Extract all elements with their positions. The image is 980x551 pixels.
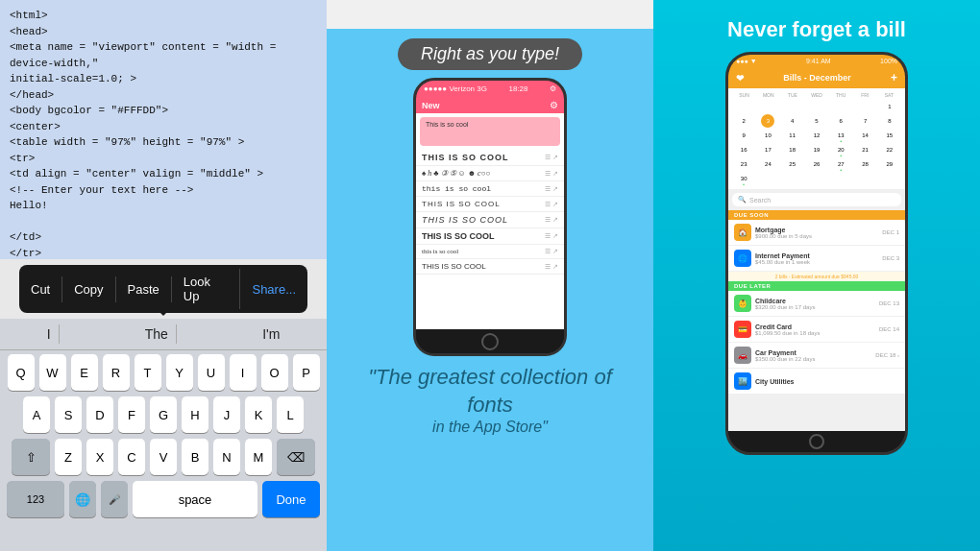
- cut-button[interactable]: Cut: [19, 276, 62, 302]
- bill-item-mortgage[interactable]: 🏠 Mortgage $900.00 due in 5 days DEC 1: [728, 220, 905, 246]
- cal-cell-orange: 3: [761, 114, 774, 128]
- key-b[interactable]: B: [182, 439, 208, 475]
- keyboard-rows: Q W E R T Y U I O P A S D F G H J K L: [0, 350, 327, 551]
- bill-item-internet[interactable]: 🌐 Internet Payment $45.00 due in 1 week …: [728, 246, 905, 272]
- section-header-due-later: DUE LATER: [728, 281, 905, 291]
- font-item-7[interactable]: this is so cool ☰ ↗: [416, 245, 564, 259]
- font-item-4[interactable]: THIS IS SO COOL ☰ ↗: [416, 197, 564, 212]
- lookup-button[interactable]: Look Up: [172, 269, 241, 309]
- keyboard-area: I The I'm Q W E R T Y U I O P A S D F: [0, 319, 327, 551]
- bill-name: City Utilities: [755, 378, 895, 385]
- key-d[interactable]: D: [86, 396, 113, 433]
- key-shift[interactable]: ⇧: [12, 439, 50, 475]
- phone2-home-button[interactable]: [809, 434, 824, 449]
- bill-info-credit-card: Credit Card $1,099.50 due in 18 days: [755, 323, 875, 336]
- quote-sub-text: in the App Store": [432, 419, 548, 436]
- key-mic[interactable]: 🎤: [101, 481, 128, 517]
- key-a[interactable]: A: [23, 396, 50, 433]
- phone2-battery: 100%: [880, 58, 897, 64]
- code-line: </tr>: [10, 246, 317, 260]
- key-w[interactable]: W: [39, 354, 66, 391]
- key-y[interactable]: Y: [166, 354, 193, 391]
- suggestion-the[interactable]: The: [137, 324, 177, 344]
- home-button[interactable]: [481, 333, 499, 350]
- key-k[interactable]: K: [245, 396, 272, 433]
- cal-cell: [761, 172, 774, 185]
- font-item-5[interactable]: THIS IS SO COOL ☰ ↗: [416, 212, 564, 228]
- suggestion-im[interactable]: I'm: [255, 324, 287, 344]
- context-menu: Cut Copy Paste Look Up Share...: [19, 265, 307, 313]
- key-v[interactable]: V: [150, 439, 177, 475]
- keyboard-row-4: 123 🌐 🎤 space Done: [4, 481, 323, 517]
- code-line: <center>: [10, 119, 317, 135]
- key-t[interactable]: T: [135, 354, 161, 391]
- key-s[interactable]: S: [55, 396, 82, 433]
- key-j[interactable]: J: [213, 396, 240, 433]
- bill-item-childcare[interactable]: 👶 Childcare $320.00 due in 17 days DEC 1…: [728, 291, 905, 317]
- key-h[interactable]: H: [182, 396, 208, 433]
- key-x[interactable]: X: [86, 439, 113, 475]
- bill-info-mortgage: Mortgage $900.00 due in 5 days: [755, 227, 878, 239]
- bill-amount: $45.00 due in 1 week: [755, 259, 878, 265]
- cal-cell: 26: [810, 157, 823, 171]
- key-z[interactable]: Z: [55, 439, 82, 475]
- bill-item-city-utilities[interactable]: 🏙️ City Utilities: [728, 369, 905, 395]
- font-list: THIS IS SO COOL ☰ ↗ ♠ h ♣ ③ ⑤ ☺ ☻ c○○ ☰ …: [416, 150, 564, 275]
- code-line: </td>: [10, 229, 317, 246]
- cal-cell-dot: 27: [834, 157, 847, 171]
- note-input[interactable]: This is so cool: [420, 117, 560, 146]
- key-c[interactable]: C: [118, 439, 145, 475]
- key-space[interactable]: space: [133, 481, 257, 517]
- panel3-title: Never forget a bill: [708, 0, 925, 52]
- bill-info-childcare: Childcare $320.00 due in 17 days: [755, 298, 875, 310]
- key-m[interactable]: M: [245, 439, 272, 475]
- key-u[interactable]: U: [198, 354, 225, 391]
- phone2-header-title: Bills - December: [783, 73, 851, 83]
- bill-name: Mortgage: [755, 227, 878, 233]
- code-line: [10, 214, 317, 230]
- bill-item-car-payment[interactable]: 🚗 Car Payment $350.00 due in 22 days DEC…: [728, 343, 905, 369]
- code-line: <meta name = "viewport" content = "width…: [10, 39, 317, 71]
- key-e[interactable]: E: [71, 354, 98, 391]
- search-bar[interactable]: 🔍 Search: [732, 193, 901, 206]
- paste-button[interactable]: Paste: [116, 276, 172, 302]
- phone2-screen: SUN MON TUE WED THU FRI SAT 1 2: [728, 88, 905, 431]
- key-f[interactable]: F: [118, 396, 145, 433]
- key-n[interactable]: N: [213, 439, 240, 475]
- credit-card-icon: 💳: [734, 321, 751, 338]
- panel3-bills: Never forget a bill ●●● ▼ 9:41 AM 100% ❤…: [653, 0, 980, 551]
- key-globe[interactable]: 🌐: [69, 481, 96, 517]
- key-123[interactable]: 123: [7, 481, 64, 517]
- key-q[interactable]: Q: [8, 354, 35, 391]
- code-line: </head>: [10, 87, 317, 104]
- cal-cell: 23: [737, 157, 750, 171]
- font-item-2[interactable]: ♠ h ♣ ③ ⑤ ☺ ☻ c○○ ☰ ↗: [416, 166, 564, 181]
- key-g[interactable]: G: [150, 396, 177, 433]
- code-line: <head>: [10, 24, 317, 40]
- font-item-6[interactable]: THIS IS SO COOL ☰ ↗: [416, 228, 564, 245]
- font-item-3[interactable]: this is so cool ☰ ↗: [416, 181, 564, 197]
- key-o[interactable]: O: [261, 354, 288, 391]
- key-l[interactable]: L: [277, 396, 304, 433]
- bill-name: Internet Payment: [755, 252, 878, 259]
- key-p[interactable]: P: [293, 354, 320, 391]
- bill-item-credit-card[interactable]: 💳 Credit Card $1,099.50 due in 18 days D…: [728, 317, 905, 343]
- key-delete[interactable]: ⌫: [277, 439, 315, 475]
- font-item-1[interactable]: THIS IS SO COOL ☰ ↗: [416, 150, 564, 166]
- cal-cell: 22: [883, 143, 896, 156]
- suggestion-i[interactable]: I: [39, 324, 60, 344]
- add-icon[interactable]: +: [891, 71, 897, 84]
- font-item-8[interactable]: THIS IS SO COOL ☰ ↗: [416, 259, 564, 275]
- code-line: Hello!: [10, 198, 317, 214]
- key-i[interactable]: I: [230, 354, 257, 391]
- bill-date: DEC 3: [882, 255, 899, 261]
- copy-button[interactable]: Copy: [62, 276, 115, 302]
- panel1-code-editor: <html> <head> <meta name = "viewport" co…: [0, 0, 327, 551]
- share-button[interactable]: Share...: [240, 276, 307, 302]
- cal-cell: 16: [737, 143, 750, 156]
- key-done[interactable]: Done: [262, 481, 320, 517]
- tag-bubble: Right as you type!: [398, 38, 582, 70]
- phone2-header: ❤ Bills - December +: [728, 67, 905, 88]
- code-line: <tr>: [10, 151, 317, 167]
- key-r[interactable]: R: [103, 354, 130, 391]
